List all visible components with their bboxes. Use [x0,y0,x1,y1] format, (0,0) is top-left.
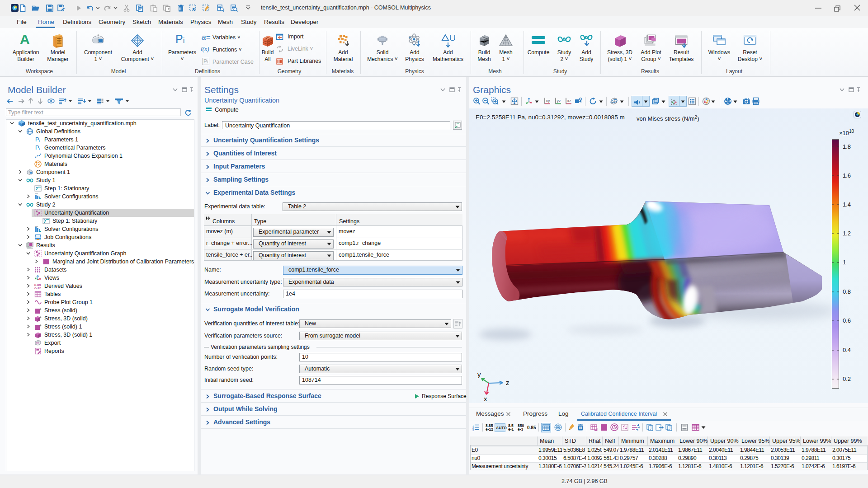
svg-text:i: i [39,138,40,143]
svg-text:xz: xz [567,99,572,103]
svg-text:x: x [484,395,487,403]
svg-text:yz: yz [557,99,561,103]
svg-text:xy: xy [546,99,551,103]
svg-text:i: i [39,146,40,151]
svg-text:3: 3 [472,429,474,432]
svg-text:e-12: e-12 [34,286,41,290]
svg-text:y: y [477,371,481,378]
svg-text:z: z [506,379,509,386]
